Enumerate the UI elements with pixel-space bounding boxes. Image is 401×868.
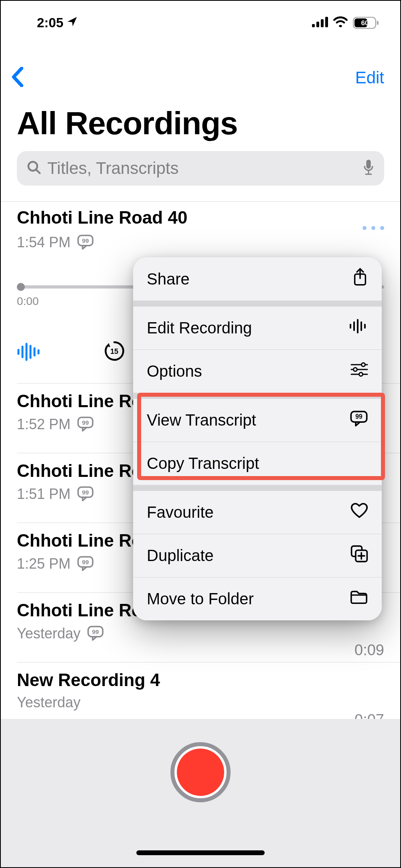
transcript-icon: 99	[77, 555, 94, 573]
battery-text: 60	[361, 19, 369, 27]
svg-rect-3	[325, 17, 328, 27]
menu-label: Copy Transcript	[147, 454, 259, 472]
menu-label: Edit Recording	[147, 319, 252, 337]
battery-icon: 60	[353, 17, 379, 29]
recording-duration: 0:09	[354, 642, 384, 659]
bottom-toolbar	[1, 719, 400, 867]
location-icon	[67, 15, 78, 30]
elapsed-time: 0:00	[17, 295, 39, 308]
transcript-icon: 99	[87, 624, 104, 643]
sliders-icon	[350, 362, 368, 380]
menu-label: Favourite	[147, 503, 214, 521]
home-indicator[interactable]	[136, 850, 265, 855]
svg-line-8	[36, 170, 40, 173]
transcript-icon: 99	[77, 233, 94, 252]
share-icon	[352, 268, 368, 291]
svg-text:99: 99	[82, 559, 89, 565]
recording-time: 1:51 PM	[17, 486, 71, 503]
menu-duplicate[interactable]: Duplicate	[133, 534, 382, 577]
record-button[interactable]	[170, 742, 231, 802]
search-bar[interactable]: Titles, Transcripts	[17, 151, 384, 186]
svg-text:99: 99	[92, 628, 99, 635]
menu-label: Duplicate	[147, 547, 214, 565]
divider	[17, 662, 400, 662]
svg-rect-6	[377, 21, 379, 25]
page-title: All Recordings	[17, 105, 238, 142]
transcript-icon: 99	[77, 485, 94, 503]
cellular-icon	[312, 15, 328, 30]
svg-point-41	[359, 373, 363, 376]
svg-text:99: 99	[82, 489, 89, 496]
transcript-icon: 99	[77, 415, 94, 434]
menu-separator	[133, 393, 382, 398]
menu-view-transcript[interactable]: View Transcript 99	[133, 398, 382, 442]
menu-separator	[133, 301, 382, 306]
recording-time: 1:52 PM	[17, 416, 71, 433]
slider-thumb[interactable]	[17, 283, 25, 291]
wifi-icon	[333, 15, 348, 30]
svg-text:99: 99	[355, 413, 363, 420]
transcript-icon: 99	[350, 410, 368, 430]
svg-text:99: 99	[82, 237, 89, 244]
menu-label: Move to Folder	[147, 590, 254, 608]
status-bar: 2:05 60	[1, 1, 400, 45]
mic-icon[interactable]	[363, 159, 375, 178]
menu-separator	[133, 485, 382, 491]
dot-icon	[363, 226, 367, 230]
edit-button[interactable]: Edit	[355, 68, 384, 87]
nav-bar: Edit	[1, 62, 400, 94]
context-menu: Share Edit Recording Options View Transc…	[133, 257, 382, 620]
menu-label: View Transcript	[147, 411, 256, 429]
menu-label: Options	[147, 362, 202, 380]
recording-title: New Recording 4	[17, 670, 384, 690]
recording-time: Yesterday	[17, 625, 81, 642]
svg-rect-1	[316, 22, 319, 27]
search-icon	[26, 160, 42, 177]
menu-label: Share	[147, 270, 190, 288]
menu-move-folder[interactable]: Move to Folder	[133, 577, 382, 620]
recording-time: Yesterday	[17, 694, 81, 711]
skip-back-button[interactable]: 15	[102, 339, 126, 365]
svg-point-37	[362, 363, 365, 367]
recording-title: Chhoti Line Road 40	[17, 208, 384, 228]
status-time: 2:05	[37, 15, 63, 30]
search-placeholder: Titles, Transcripts	[47, 159, 357, 178]
record-icon	[177, 749, 224, 796]
waveform-button[interactable]	[17, 342, 40, 362]
menu-copy-transcript[interactable]: Copy Transcript	[133, 442, 382, 485]
waveform-icon	[349, 319, 368, 337]
divider	[1, 201, 400, 202]
svg-rect-2	[321, 19, 324, 27]
recording-time: 1:54 PM	[17, 234, 71, 251]
recording-subrow: 1:54 PM 99	[17, 233, 384, 252]
menu-favourite[interactable]: Favourite	[133, 491, 382, 534]
dot-icon	[371, 226, 375, 230]
status-left: 2:05	[37, 15, 78, 30]
duplicate-icon	[350, 545, 368, 566]
dot-icon	[380, 226, 384, 230]
status-right: 60	[312, 15, 379, 30]
svg-text:99: 99	[82, 419, 89, 426]
folder-icon	[350, 589, 368, 608]
recording-expanded[interactable]: Chhoti Line Road 40 1:54 PM 99	[17, 208, 384, 252]
menu-options[interactable]: Options	[133, 349, 382, 393]
heart-icon	[350, 503, 368, 522]
menu-share[interactable]: Share	[133, 257, 382, 301]
more-button[interactable]	[363, 226, 384, 230]
recording-time: 1:25 PM	[17, 555, 71, 572]
menu-edit-recording[interactable]: Edit Recording	[133, 306, 382, 349]
svg-text:15: 15	[110, 347, 118, 355]
back-button[interactable]	[11, 67, 24, 89]
svg-rect-0	[312, 24, 315, 27]
svg-rect-9	[366, 159, 371, 168]
svg-point-39	[354, 368, 357, 371]
